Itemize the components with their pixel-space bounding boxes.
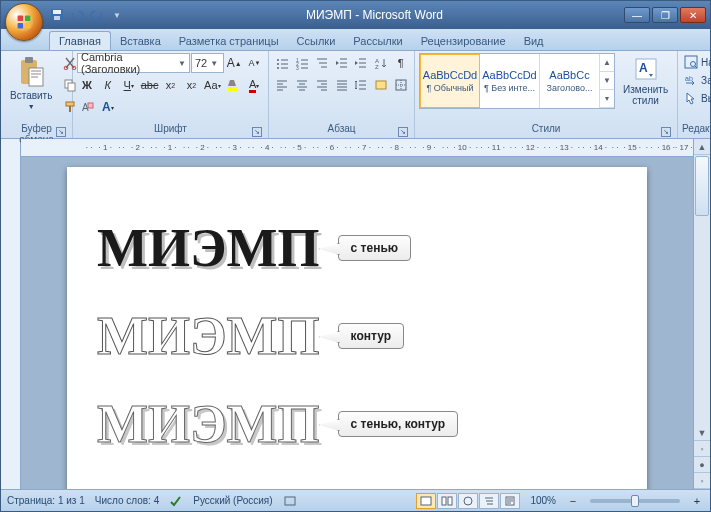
shading-button[interactable] [372, 75, 391, 95]
style-item-0[interactable]: AaBbCcDd¶ Обычный [420, 54, 480, 108]
numbering-button[interactable]: 123 [293, 53, 312, 73]
paragraph-launcher[interactable]: ↘ [398, 127, 408, 137]
horizontal-ruler[interactable]: · ·· 1 ·· ·· 2 ·· ·· 1 ·· ·· 2 ·· ·· 3 ·… [21, 139, 693, 157]
close-button[interactable]: ✕ [680, 7, 706, 23]
next-page-button[interactable]: ◦ [694, 473, 710, 489]
highlight-button[interactable] [223, 75, 243, 95]
shrink-font-button[interactable]: A▼ [245, 53, 264, 73]
underline-button[interactable]: Ч▾ [119, 75, 139, 95]
italic-button[interactable]: К [98, 75, 118, 95]
scroll-down-button[interactable]: ▼ [694, 425, 710, 441]
group-label-styles: Стили↘ [419, 123, 673, 138]
styles-launcher[interactable]: ↘ [661, 127, 671, 137]
tab-4[interactable]: Рассылки [344, 32, 411, 50]
sort-button[interactable]: AZ [372, 53, 391, 73]
align-center-button[interactable] [293, 75, 312, 95]
zoom-level[interactable]: 100% [530, 495, 556, 506]
multilevel-button[interactable] [312, 53, 331, 73]
qat-dropdown-icon[interactable]: ▼ [109, 7, 125, 23]
browse-object-button[interactable]: ● [694, 457, 710, 473]
svg-text:A: A [639, 61, 648, 75]
decrease-indent-button[interactable] [332, 53, 351, 73]
zoom-in-button[interactable]: + [690, 494, 704, 508]
window-controls: — ❐ ✕ [624, 7, 706, 23]
styles-gallery[interactable]: AaBbCcDd¶ ОбычныйAaBbCcDd¶ Без инте...Aa… [419, 53, 615, 109]
document-viewport: · ·· 1 ·· ·· 2 ·· ·· 1 ·· ·· 2 ·· ·· 3 ·… [21, 139, 693, 489]
clipboard-launcher[interactable]: ↘ [56, 127, 66, 137]
view-outline[interactable] [479, 493, 499, 509]
spellcheck-icon[interactable] [169, 495, 183, 507]
document-canvas[interactable]: МИЭМПс теньюМИЭМПконтурМИЭМПс тенью, кон… [21, 157, 693, 489]
tab-2[interactable]: Разметка страницы [170, 32, 288, 50]
status-page[interactable]: Страница: 1 из 1 [7, 495, 85, 506]
vertical-ruler[interactable] [1, 139, 21, 489]
callout-2[interactable]: с тенью, контур [338, 411, 459, 437]
redo-icon[interactable] [89, 7, 105, 23]
strikethrough-button[interactable]: abc [140, 75, 160, 95]
insert-mode-icon[interactable] [283, 495, 297, 507]
doc-text-0[interactable]: МИЭМП [97, 217, 320, 279]
gallery-down[interactable]: ▼ [600, 72, 614, 90]
ribbon-tabs: ГлавнаяВставкаРазметка страницыСсылкиРас… [1, 29, 710, 51]
font-size-combo[interactable]: 72▼ [191, 53, 224, 73]
paste-button[interactable]: Вставить ▼ [5, 53, 57, 113]
callout-0[interactable]: с тенью [338, 235, 411, 261]
borders-button[interactable] [391, 75, 410, 95]
view-draft[interactable] [500, 493, 520, 509]
grow-font-button[interactable]: A▲ [225, 53, 244, 73]
svg-rect-19 [88, 103, 93, 108]
clear-formatting-button[interactable]: A [77, 97, 97, 117]
maximize-button[interactable]: ❐ [652, 7, 678, 23]
window-title: МИЭМП - Microsoft Word [125, 8, 624, 22]
group-font: Cambria (Заголовки)▼ 72▼ A▲ A▼ Ж К Ч▾ ab… [73, 51, 269, 138]
vertical-scrollbar[interactable]: ▲ ▼ ◦ ● ◦ [693, 139, 710, 489]
align-right-button[interactable] [312, 75, 331, 95]
status-language[interactable]: Русский (Россия) [193, 495, 272, 506]
tab-0[interactable]: Главная [49, 31, 111, 50]
scroll-thumb[interactable] [695, 156, 709, 216]
show-marks-button[interactable]: ¶ [391, 53, 410, 73]
style-item-2[interactable]: AaBbCcЗаголово... [540, 54, 600, 108]
font-color-button[interactable]: A▾ [244, 75, 264, 95]
bullets-button[interactable] [273, 53, 292, 73]
callout-1[interactable]: контур [338, 323, 404, 349]
view-full-reading[interactable] [437, 493, 457, 509]
replace-icon: ab [684, 73, 698, 87]
select-button[interactable]: Выделить▾ [682, 89, 711, 107]
view-print-layout[interactable] [416, 493, 436, 509]
increase-indent-button[interactable] [352, 53, 371, 73]
prev-page-button[interactable]: ◦ [694, 441, 710, 457]
tab-6[interactable]: Вид [515, 32, 553, 50]
font-launcher[interactable]: ↘ [252, 127, 262, 137]
align-left-button[interactable] [273, 75, 292, 95]
line-spacing-button[interactable] [352, 75, 371, 95]
change-case-button[interactable]: Aa▾ [202, 75, 222, 95]
doc-text-1[interactable]: МИЭМП [97, 305, 320, 367]
justify-button[interactable] [332, 75, 351, 95]
zoom-out-button[interactable]: − [566, 494, 580, 508]
find-button[interactable]: Найти▾ [682, 53, 711, 71]
zoom-knob[interactable] [631, 495, 639, 507]
minimize-button[interactable]: — [624, 7, 650, 23]
replace-button[interactable]: abЗаменить [682, 71, 711, 89]
font-name-combo[interactable]: Cambria (Заголовки)▼ [77, 53, 190, 73]
tab-5[interactable]: Рецензирование [412, 32, 515, 50]
view-web-layout[interactable] [458, 493, 478, 509]
office-button[interactable] [5, 3, 43, 41]
save-icon[interactable] [49, 7, 65, 23]
superscript-button[interactable]: x2 [181, 75, 201, 95]
scroll-up-button[interactable]: ▲ [694, 139, 710, 155]
subscript-button[interactable]: x2 [161, 75, 181, 95]
tab-3[interactable]: Ссылки [288, 32, 345, 50]
zoom-slider[interactable] [590, 499, 680, 503]
tab-1[interactable]: Вставка [111, 32, 170, 50]
text-effects-button[interactable]: A▾ [98, 97, 118, 117]
undo-icon[interactable] [69, 7, 85, 23]
doc-text-2[interactable]: МИЭМП [97, 393, 320, 455]
gallery-up[interactable]: ▲ [600, 54, 614, 72]
bold-button[interactable]: Ж [77, 75, 97, 95]
status-words[interactable]: Число слов: 4 [95, 495, 159, 506]
style-item-1[interactable]: AaBbCcDd¶ Без инте... [480, 54, 540, 108]
gallery-more[interactable]: ▾ [600, 90, 614, 108]
change-styles-button[interactable]: A Изменить стили [618, 53, 673, 109]
